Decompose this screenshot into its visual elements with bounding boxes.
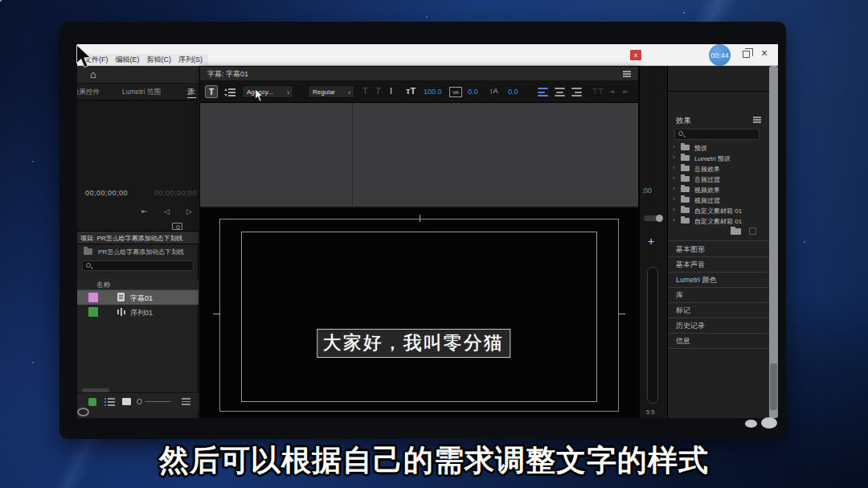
program-timecode-fragment: ;00 — [642, 187, 652, 195]
panel-menu-icon[interactable] — [753, 117, 761, 123]
underline-button[interactable]: I — [390, 86, 392, 96]
kerning-icon: VA — [449, 87, 462, 97]
restore-window-icon[interactable] — [743, 51, 750, 58]
new-bin-icon[interactable] — [731, 228, 741, 235]
recording-timer-badge: 00:44 — [709, 44, 731, 66]
chevron-right-icon[interactable]: › — [673, 195, 675, 203]
tab-stops-icon[interactable]: ⊤⊤ — [592, 88, 604, 96]
type-tool-button[interactable]: T — [205, 85, 218, 98]
tree-item-label: 视频效果 — [694, 186, 720, 195]
roll-crawl-options-icon[interactable] — [224, 88, 235, 96]
name-column-header[interactable]: 名称 — [77, 279, 199, 290]
insert-option-icon[interactable]: ⇥ — [608, 88, 615, 96]
tab-history[interactable]: 历史记录 — [676, 321, 705, 331]
tab-source[interactable]: 源: — [187, 88, 196, 98]
menu-clip[interactable]: 剪辑(C) — [147, 55, 172, 65]
chevron-right-icon[interactable]: › — [673, 174, 675, 182]
project-panel-toolbar — [77, 392, 199, 412]
tab-essential-sound[interactable]: 基本声音 — [676, 260, 705, 270]
red-close-button[interactable]: x — [630, 50, 641, 60]
project-bin-row[interactable]: PR怎么给字幕添加动态下划线 — [77, 245, 199, 259]
tab-libraries[interactable]: 库 — [676, 290, 683, 301]
strip-slider[interactable] — [644, 215, 661, 221]
bin-icon — [84, 248, 92, 255]
chevron-right-icon[interactable]: › — [673, 164, 675, 171]
menu-edit[interactable]: 编辑(E) — [116, 55, 140, 65]
export-frame-icon[interactable] — [172, 223, 182, 230]
caption-item-label: 字幕01 — [130, 293, 153, 304]
chevron-right-icon[interactable]: › — [673, 206, 675, 213]
caption-text-box[interactable]: 大家好，我叫零分猫 — [317, 329, 510, 358]
effects-panel-title[interactable]: 效果 — [676, 116, 691, 126]
insert-option-icon[interactable]: ⇤ — [623, 88, 629, 96]
step-back-icon[interactable]: ◁ — [164, 207, 170, 215]
tree-item-presets[interactable]: › 预设 — [673, 142, 768, 153]
center-tick — [213, 314, 220, 314]
tree-item-custom-bin-2[interactable]: › 自定义素材箱 01 — [673, 215, 768, 226]
sequence-color-chip[interactable] — [88, 307, 98, 317]
delete-icon[interactable] — [749, 228, 756, 235]
home-icon[interactable]: ⌂ — [90, 68, 96, 80]
panel-divider — [668, 333, 770, 334]
panel-menu-icon[interactable] — [623, 71, 631, 77]
tab-lumetri-color[interactable]: Lumetri 颜色 — [676, 275, 717, 285]
project-item-sequence[interactable]: 序列01 — [77, 305, 199, 319]
tab-lumetri-scopes[interactable]: Lumetri 范围 — [122, 88, 161, 97]
chevron-down-icon: ∨ — [287, 89, 290, 95]
list-view-icon[interactable] — [104, 398, 115, 406]
italic-button[interactable]: T — [375, 86, 381, 96]
caption-window: 字幕: 字幕01 T Agency... ∨ Regular ∨ T — [199, 66, 639, 418]
tree-item-custom-bin-1[interactable]: › 自定义素材箱 01 — [673, 205, 768, 215]
folder-icon — [681, 187, 690, 192]
font-family-dropdown[interactable]: Agency... ∨ — [242, 85, 293, 98]
align-center-button[interactable] — [555, 88, 565, 96]
zoom-slider-knob[interactable] — [137, 399, 142, 404]
vertical-scrollbar[interactable] — [647, 267, 658, 404]
icon-view-icon[interactable] — [122, 398, 131, 405]
center-tick — [618, 314, 625, 314]
effects-search-input[interactable] — [674, 129, 760, 140]
project-item-caption[interactable]: 字幕01 — [77, 290, 199, 305]
menu-sequence[interactable]: 序列(S) — [178, 55, 203, 65]
project-search-input[interactable] — [82, 260, 194, 271]
tab-effect-controls[interactable]: 效果控件 — [77, 88, 100, 97]
tree-item-label: 预设 — [694, 144, 707, 153]
tree-item-video-effects[interactable]: › 视频效果 — [673, 184, 768, 195]
project-tab-title: 项目: PR怎么给字幕添加动态下划线 — [80, 234, 183, 243]
search-icon — [86, 263, 91, 268]
play-icon[interactable]: ▷ — [186, 207, 192, 215]
add-track-button[interactable]: + — [648, 235, 654, 248]
panel-divider — [668, 91, 770, 92]
font-style-dropdown[interactable]: Regular ∨ — [308, 85, 354, 98]
mouse-cursor-black — [76, 45, 95, 69]
workspace-divider[interactable] — [352, 103, 353, 208]
window-scrollbar[interactable] — [769, 66, 778, 418]
close-window-button[interactable]: × — [761, 47, 768, 59]
tree-item-audio-effects[interactable]: › 音频效果 — [673, 163, 768, 174]
tree-item-audio-transitions[interactable]: › 音频过渡 — [673, 174, 768, 184]
caption-color-chip[interactable] — [88, 293, 98, 302]
chevron-right-icon[interactable]: › — [673, 143, 675, 150]
chevron-right-icon[interactable]: › — [673, 185, 675, 192]
bold-button[interactable]: T — [362, 86, 368, 96]
source-timecode: 00;00;00;00 — [85, 189, 128, 197]
project-writable-icon[interactable] — [88, 398, 96, 406]
tab-essential-graphics[interactable]: 基本图形 — [676, 244, 705, 255]
caption-window-titlebar[interactable]: 字幕: 字幕01 — [200, 67, 638, 81]
automate-sequence-icon[interactable] — [182, 398, 190, 405]
chevron-right-icon[interactable]: › — [673, 216, 675, 223]
tree-item-lumetri-presets[interactable]: › Lumetri 预设 — [673, 153, 768, 163]
tree-item-video-transitions[interactable]: › 视频过渡 — [673, 195, 768, 205]
font-size-value[interactable]: 100.0 — [424, 88, 442, 96]
chevron-right-icon[interactable]: › — [673, 154, 675, 161]
zoom-slider-track[interactable] — [145, 401, 170, 402]
leading-value[interactable]: 0.0 — [508, 88, 518, 96]
align-right-button[interactable] — [571, 88, 582, 96]
tab-markers[interactable]: 标记 — [676, 306, 690, 316]
align-left-button[interactable] — [538, 88, 548, 96]
tab-info[interactable]: 信息 — [676, 336, 690, 347]
project-panel-tab[interactable]: 项目: PR怎么给字幕添加动态下划线 — [77, 232, 199, 244]
go-to-in-icon[interactable]: ⇤ — [141, 207, 148, 215]
monitor-frame: 文件(F) 编辑(E) 剪辑(C) 序列(S) x 00:44 × ⌂ 效果控件… — [59, 22, 786, 439]
kerning-value[interactable]: 0.0 — [468, 88, 478, 96]
